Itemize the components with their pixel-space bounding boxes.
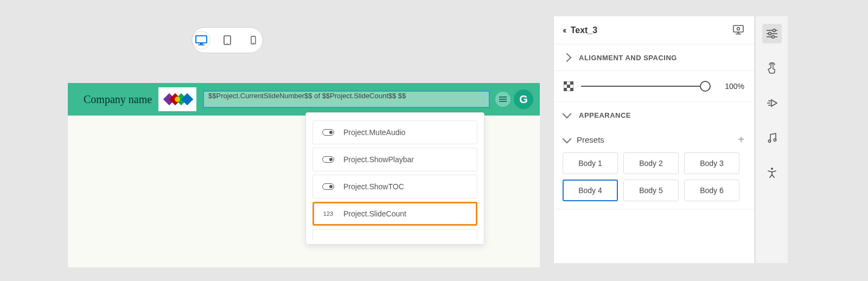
preset-body5[interactable]: Body 5 (623, 180, 679, 201)
opacity-slider[interactable] (581, 86, 711, 87)
preset-body2[interactable]: Body 2 (623, 152, 679, 174)
preview-mode-button[interactable] (732, 24, 745, 37)
logo-icon (162, 90, 193, 108)
preset-body3[interactable]: Body 3 (684, 152, 739, 174)
toc-button[interactable] (495, 92, 510, 107)
opacity-icon (564, 81, 573, 91)
presets-label: Presets (577, 135, 738, 144)
svg-rect-13 (499, 99, 507, 100)
tool-rail (755, 16, 788, 263)
rail-properties-button[interactable] (762, 24, 782, 43)
svg-rect-0 (196, 36, 207, 43)
toggle-type-icon (321, 183, 336, 190)
collapse-panel-button[interactable]: ‹‹ (563, 25, 565, 35)
opacity-section: 100% (554, 71, 754, 102)
svg-rect-2 (198, 44, 205, 46)
dropdown-item-showtoc[interactable]: Project.ShowTOC (312, 175, 477, 199)
presets-grid: Body 1 Body 2 Body 3 Body 4 Body 5 Body … (554, 149, 754, 209)
company-logo (158, 87, 196, 111)
device-mobile-button[interactable] (245, 31, 262, 49)
tap-icon (767, 62, 777, 74)
chevron-down-icon (563, 110, 572, 119)
device-selector (192, 27, 263, 53)
svg-point-32 (774, 139, 776, 141)
rail-animations-button[interactable] (762, 93, 782, 113)
svg-point-30 (771, 36, 774, 39)
svg-rect-17 (737, 33, 739, 33)
svg-rect-15 (733, 25, 743, 32)
animation-icon (766, 99, 778, 107)
variable-text-input[interactable]: $$Project.CurrentSlideNumber$$ of $$Proj… (203, 91, 490, 108)
svg-point-33 (771, 168, 773, 170)
company-name-label: Company name (84, 93, 152, 106)
presets-subheader[interactable]: Presets + (554, 128, 754, 149)
canvas-area: Company name $$Project.CurrentSlideNumbe… (68, 16, 545, 260)
accessibility-icon (767, 167, 777, 178)
svg-rect-18 (736, 34, 741, 34)
sliders-icon (767, 29, 777, 39)
device-tablet-button[interactable] (219, 31, 236, 49)
svg-point-26 (773, 29, 775, 32)
dropdown-item-slidecount[interactable]: 123 Project.SlideCount (312, 202, 477, 226)
dropdown-item-label: Project.ShowPlaybar (343, 155, 414, 164)
toggle-type-icon (321, 156, 336, 163)
slide-header-banner: Company name $$Project.CurrentSlideNumbe… (68, 83, 540, 116)
svg-rect-14 (499, 101, 507, 102)
preset-body4[interactable]: Body 4 (563, 180, 618, 201)
section-alignment: ALIGNMENT AND SPACING (554, 44, 754, 71)
svg-point-6 (253, 42, 253, 43)
opacity-value: 100% (718, 82, 744, 91)
rail-interactions-button[interactable] (762, 59, 782, 78)
svg-rect-12 (499, 97, 507, 98)
toggle-type-icon (321, 129, 336, 136)
panel-title: Text_3 (571, 25, 732, 35)
chevron-down-icon (563, 134, 572, 143)
svg-point-31 (768, 140, 770, 142)
svg-rect-22 (567, 85, 570, 88)
svg-rect-20 (564, 81, 567, 85)
svg-rect-1 (200, 43, 203, 44)
grammarly-icon[interactable]: G (514, 90, 533, 109)
dropdown-item-partial (312, 229, 477, 240)
preset-body1[interactable]: Body 1 (563, 152, 618, 174)
menu-lines-icon (499, 96, 507, 103)
svg-rect-24 (570, 88, 573, 91)
mobile-icon (251, 36, 256, 44)
tablet-icon (224, 35, 231, 45)
svg-point-28 (768, 33, 771, 35)
rail-audio-button[interactable] (762, 128, 782, 148)
dropdown-item-muteaudio[interactable]: Project.MuteAudio (312, 120, 477, 144)
properties-panel: ‹‹ Text_3 ALIGNMENT AND SPACING 100% APP… (553, 16, 754, 263)
panel-header: ‹‹ Text_3 (554, 16, 754, 44)
svg-point-16 (737, 27, 740, 30)
dropdown-item-showplaybar[interactable]: Project.ShowPlaybar (312, 148, 477, 171)
number-type-icon: 123 (321, 210, 336, 217)
svg-point-4 (227, 43, 228, 44)
music-note-icon (767, 132, 777, 143)
dropdown-item-label: Project.SlideCount (343, 209, 406, 218)
variable-autocomplete-dropdown: Project.MuteAudio Project.ShowPlaybar Pr… (305, 112, 484, 245)
appearance-section-toggle[interactable]: APPEARANCE (554, 102, 754, 128)
section-title: APPEARANCE (579, 111, 631, 119)
opacity-slider-thumb[interactable] (700, 81, 711, 92)
device-desktop-button[interactable] (193, 31, 210, 49)
preset-body6[interactable]: Body 6 (684, 180, 739, 201)
rail-accessibility-button[interactable] (762, 163, 782, 182)
desktop-icon (195, 35, 207, 46)
svg-rect-21 (570, 81, 573, 85)
section-appearance: APPEARANCE Presets + Body 1 Body 2 Body … (554, 102, 754, 209)
svg-rect-23 (564, 88, 567, 91)
svg-point-11 (175, 97, 180, 102)
chevron-right-icon (563, 53, 572, 62)
section-title: ALIGNMENT AND SPACING (579, 54, 677, 62)
add-preset-button[interactable]: + (738, 133, 744, 146)
dropdown-item-label: Project.MuteAudio (343, 128, 405, 137)
preview-icon (732, 24, 744, 35)
dropdown-item-label: Project.ShowTOC (343, 182, 404, 191)
alignment-section-toggle[interactable]: ALIGNMENT AND SPACING (554, 44, 754, 71)
